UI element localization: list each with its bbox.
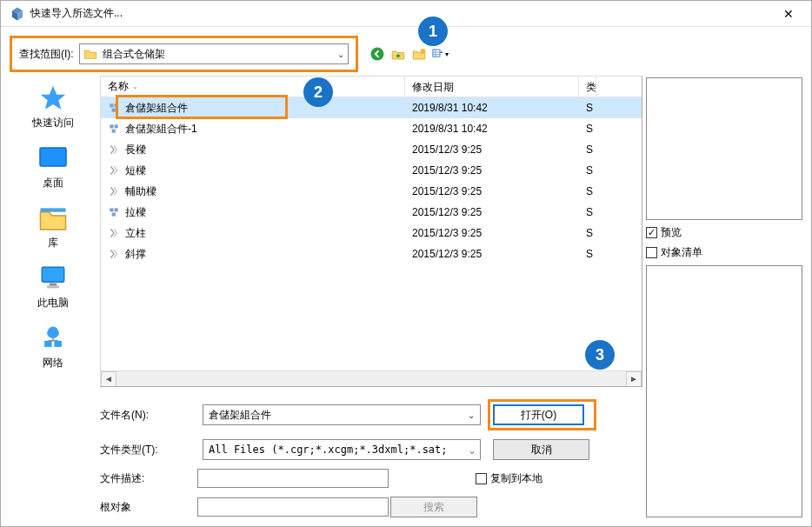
svg-marker-9 xyxy=(41,86,65,110)
svg-rect-29 xyxy=(112,213,116,217)
svg-rect-5 xyxy=(433,50,440,57)
preview-checkbox[interactable]: 预览 xyxy=(646,225,802,240)
object-list-label: 对象清单 xyxy=(661,245,702,260)
filetype-label: 文件类型(T): xyxy=(100,443,196,457)
scroll-right-icon[interactable]: ► xyxy=(626,371,642,387)
sidebar-item-label: 快速访问 xyxy=(32,116,74,130)
sidebar-item-desktop[interactable]: 桌面 xyxy=(14,139,92,194)
close-button[interactable]: ✕ xyxy=(769,1,808,27)
sort-arrow-icon: ⌄ xyxy=(132,83,138,90)
root-object-input[interactable] xyxy=(197,497,389,517)
chevron-down-icon: ⌄ xyxy=(468,410,475,420)
window-title: 快速导入所选文件... xyxy=(30,6,769,21)
file-name: 輔助樑 xyxy=(125,184,156,199)
look-in-label: 查找范围(I): xyxy=(19,47,74,62)
column-header-date[interactable]: 修改日期 xyxy=(405,77,579,97)
file-row[interactable]: 輔助樑2015/12/3 9:25S xyxy=(101,181,642,202)
annotation-frame-open: 打开(O) xyxy=(488,399,596,430)
sidebar-item-quick-access[interactable]: 快速访问 xyxy=(14,79,92,134)
column-label: 名称 xyxy=(108,79,129,94)
annotation-frame-lookin: 查找范围(I): 组合式仓储架 ⌄ xyxy=(10,36,358,72)
file-type-icon xyxy=(108,185,120,197)
file-date: 2015/12/3 9:25 xyxy=(405,248,579,260)
desktop-icon xyxy=(36,143,70,174)
look-in-toolbar: 查找范围(I): 组合式仓储架 ⌄ ▾ xyxy=(1,27,811,76)
root-object-row: 根对象 搜索 xyxy=(100,497,642,517)
star-icon xyxy=(36,83,70,114)
column-header-name[interactable]: 名称 ⌄ xyxy=(101,77,405,97)
file-date: 2015/12/3 9:25 xyxy=(405,164,579,177)
scroll-left-icon[interactable]: ◄ xyxy=(101,371,116,387)
file-type-icon xyxy=(108,248,120,260)
file-row[interactable]: 長樑2015/12/3 9:25S xyxy=(101,139,642,160)
file-row[interactable]: 短樑2015/12/3 9:25S xyxy=(101,160,642,181)
file-name: 長樑 xyxy=(125,143,146,157)
svg-rect-21 xyxy=(110,103,113,107)
sidebar-item-library[interactable]: 库 xyxy=(14,199,92,254)
file-type-icon xyxy=(108,227,120,239)
file-type-icon xyxy=(108,206,120,218)
svg-point-4 xyxy=(420,49,425,54)
scroll-track[interactable] xyxy=(116,371,626,387)
file-name: 斜撑 xyxy=(125,247,146,262)
cancel-button[interactable]: 取消 xyxy=(493,439,589,460)
root-object-label: 根对象 xyxy=(100,500,189,515)
file-rows: 倉儲架組合件2019/8/31 10:42S倉儲架組合件-12019/8/31 … xyxy=(101,97,642,370)
filetype-combobox[interactable]: All Files (*.cgr;*.xcgm;*.3dxml;*.sat; ⌄ xyxy=(203,439,481,460)
svg-rect-13 xyxy=(42,267,64,282)
filename-input[interactable]: 倉儲架組合件 ⌄ xyxy=(203,404,481,425)
file-type: S xyxy=(579,206,596,218)
file-type-icon xyxy=(108,164,120,177)
file-date: 2015/12/3 9:25 xyxy=(405,143,579,156)
open-button[interactable]: 打开(O) xyxy=(493,404,584,425)
filename-value: 倉儲架組合件 xyxy=(209,408,271,423)
file-type: S xyxy=(579,123,596,135)
sidebar-item-network[interactable]: 网络 xyxy=(14,319,92,374)
svg-rect-12 xyxy=(40,208,65,211)
file-desc-input[interactable] xyxy=(197,469,389,488)
folder-icon xyxy=(83,48,97,60)
file-name: 拉樑 xyxy=(125,205,146,220)
file-row[interactable]: 倉儲架組合件2019/8/31 10:42S xyxy=(101,97,642,118)
file-row[interactable]: 立柱2015/12/3 9:25S xyxy=(101,223,642,243)
chevron-down-icon: ⌄ xyxy=(469,445,475,455)
copy-local-checkbox[interactable]: 复制到本地 xyxy=(476,471,542,486)
search-button[interactable]: 搜索 xyxy=(390,497,477,517)
file-name: 倉儲架組合件-1 xyxy=(125,122,197,137)
horizontal-scrollbar[interactable]: ◄ ► xyxy=(101,370,642,386)
up-one-level-button[interactable] xyxy=(389,45,407,63)
nav-icon-group: ▾ xyxy=(369,45,449,63)
content-row: 快速访问 桌面 库 此电脑 xyxy=(1,76,811,526)
file-desc-label: 文件描述: xyxy=(100,471,189,486)
library-folder-icon xyxy=(36,203,70,234)
new-folder-button[interactable] xyxy=(410,45,428,63)
file-list: 名称 ⌄ 修改日期 类 倉儲架組合件2019/8/31 10:42S倉儲架組合件… xyxy=(100,76,642,387)
sidebar-item-this-pc[interactable]: 此电脑 xyxy=(14,259,92,314)
file-date: 2015/12/3 9:25 xyxy=(405,227,579,239)
svg-rect-27 xyxy=(110,208,113,211)
back-button[interactable] xyxy=(369,45,386,63)
right-pane: 预览 对象清单 xyxy=(646,76,802,517)
checkbox-checked-icon xyxy=(646,227,657,238)
column-header-type[interactable]: 类 xyxy=(579,77,596,97)
app-icon xyxy=(10,6,25,22)
file-date: 2019/8/31 10:42 xyxy=(405,123,579,135)
file-row[interactable]: 拉樑2015/12/3 9:25S xyxy=(101,202,642,223)
svg-rect-10 xyxy=(40,148,66,166)
view-menu-button[interactable]: ▾ xyxy=(431,45,449,63)
copy-local-label: 复制到本地 xyxy=(490,471,542,486)
svg-rect-24 xyxy=(110,124,113,128)
list-header: 名称 ⌄ 修改日期 类 xyxy=(101,77,642,97)
look-in-combobox[interactable]: 组合式仓储架 ⌄ xyxy=(79,43,349,64)
filetype-value: All Files (*.cgr;*.xcgm;*.3dxml;*.sat; xyxy=(209,444,448,456)
titlebar: 快速导入所选文件... ✕ xyxy=(1,1,811,27)
file-row[interactable]: 斜撑2015/12/3 9:25S xyxy=(101,243,642,264)
file-row[interactable]: 倉儲架組合件-12019/8/31 10:42S xyxy=(101,118,642,139)
svg-rect-28 xyxy=(115,208,118,211)
file-type: S xyxy=(579,143,596,156)
svg-rect-18 xyxy=(54,341,62,347)
file-type-icon xyxy=(108,143,120,156)
bottom-form: 文件名(N): 倉儲架組合件 ⌄ 打开(O) 文件类型(T): All File… xyxy=(100,387,642,460)
filename-label: 文件名(N): xyxy=(100,408,196,423)
object-list-checkbox[interactable]: 对象清单 xyxy=(646,245,802,260)
